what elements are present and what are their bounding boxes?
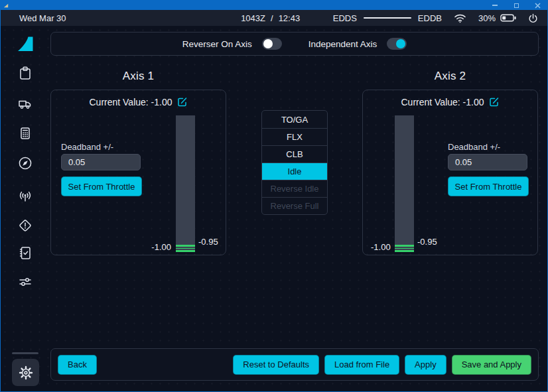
statusbar-clock: 1043Z / 12:43 — [241, 10, 300, 26]
axis1-deadband-input[interactable] — [61, 154, 141, 170]
calculator-icon[interactable] — [17, 125, 33, 141]
battery-icon — [500, 14, 516, 22]
detent-item-reverse-idle: Reverse Idle — [262, 180, 327, 197]
toggle-knob — [396, 39, 405, 48]
detent-item-to-ga[interactable]: TO/GA — [262, 111, 327, 128]
axis2-detent-range-band — [395, 245, 414, 252]
app-window: Wed Mar 30 1043Z / 12:43 EDDS EDDB 30% — [0, 0, 548, 392]
compass-icon[interactable] — [17, 155, 33, 171]
axis1-set-from-throttle-button[interactable]: Set From Throttle — [61, 176, 142, 196]
save-and-apply-button[interactable]: Save and Apply — [452, 355, 531, 375]
detent-list: TO/GAFLXCLBIdleReverse IdleReverse Full — [261, 110, 328, 215]
axis1-deadband-label: Deadband +/- — [61, 142, 113, 152]
flybywire-logo-icon[interactable] — [17, 35, 34, 53]
detent-item-reverse-full: Reverse Full — [262, 197, 327, 214]
axis2-set-from-throttle-button[interactable]: Set From Throttle — [448, 176, 529, 196]
radio-antenna-icon[interactable] — [17, 188, 33, 204]
time-separator: / — [271, 13, 273, 23]
edit-value-icon[interactable] — [489, 97, 500, 107]
window-close-button[interactable] — [534, 2, 541, 9]
flight-progress-line — [364, 17, 411, 19]
axis1-range-high-label: -0.95 — [198, 237, 218, 247]
window-titlebar — [1, 1, 547, 10]
axis1-range-low-label: -1.00 — [151, 242, 171, 252]
axis2-deadband-label: Deadband +/- — [448, 142, 500, 152]
origin-airport: EDDS — [333, 13, 357, 23]
detent-item-clb[interactable]: CLB — [262, 145, 327, 163]
axis2-range-high-label: -0.95 — [417, 237, 437, 247]
flight-route: EDDS EDDB — [333, 13, 442, 23]
window-minimize-button[interactable] — [492, 2, 498, 9]
app-logo-icon — [3, 3, 9, 9]
main-area: Reverser On Axis Independent Axis Axis 1… — [1, 26, 547, 391]
wifi-icon — [454, 13, 466, 23]
axis2-position-bar — [395, 115, 414, 252]
axis2-range-low-label: -1.00 — [371, 242, 391, 252]
reverser-on-axis-toggle[interactable] — [262, 38, 282, 50]
battery-percent: 30% — [478, 13, 496, 23]
settings-gear-icon — [18, 365, 34, 381]
checklist-icon[interactable] — [17, 245, 33, 261]
edit-value-icon[interactable] — [177, 97, 188, 107]
failures-warning-icon[interactable] — [17, 218, 33, 233]
axis1-current-value: Current Value: -1.00 — [89, 97, 172, 107]
time-local: 12:43 — [279, 13, 301, 23]
sidebar-item-settings[interactable] — [12, 359, 39, 386]
axis2-panel: Current Value: -1.00 Deadband +/- Set Fr… — [362, 90, 538, 255]
axis2-deadband-input[interactable] — [448, 154, 527, 170]
independent-axis-label: Independent Axis — [308, 39, 377, 49]
sliders-icon[interactable] — [17, 274, 33, 290]
axis1-detent-range-band — [176, 245, 195, 252]
axis1-position-bar — [176, 115, 195, 252]
destination-airport: EDDB — [418, 13, 442, 23]
toggle-knob — [263, 39, 273, 48]
load-from-file-button[interactable]: Load from File — [324, 355, 399, 375]
independent-axis-toggle[interactable] — [387, 38, 407, 50]
axis1-title: Axis 1 — [50, 70, 226, 83]
detent-item-flx[interactable]: FLX — [262, 128, 327, 145]
reset-to-defaults-button[interactable]: Reset to Defaults — [233, 355, 319, 375]
reverser-on-axis-label: Reverser On Axis — [182, 39, 252, 49]
sidebar — [1, 26, 50, 391]
apply-button[interactable]: Apply — [405, 355, 446, 375]
statusbar-date: Wed Mar 30 — [19, 13, 66, 23]
power-icon[interactable] — [528, 13, 538, 23]
back-button[interactable]: Back — [58, 355, 97, 375]
axis2-current-value: Current Value: -1.00 — [401, 97, 484, 107]
ground-services-truck-icon[interactable] — [17, 96, 33, 111]
time-utc: 1043Z — [241, 13, 265, 23]
clipboard-icon[interactable] — [17, 65, 33, 81]
axis2-title: Axis 2 — [362, 70, 538, 83]
footer-bar: Back Reset to Defaults Load from File Ap… — [50, 348, 539, 381]
sidebar-divider — [12, 352, 38, 354]
statusbar: Wed Mar 30 1043Z / 12:43 EDDS EDDB 30% — [1, 10, 547, 26]
window-maximize-button[interactable] — [513, 2, 519, 9]
detent-item-idle[interactable]: Idle — [262, 163, 327, 180]
axis-options-bar: Reverser On Axis Independent Axis — [50, 32, 539, 56]
axis1-panel: Current Value: -1.00 Deadband +/- Set Fr… — [50, 90, 226, 255]
